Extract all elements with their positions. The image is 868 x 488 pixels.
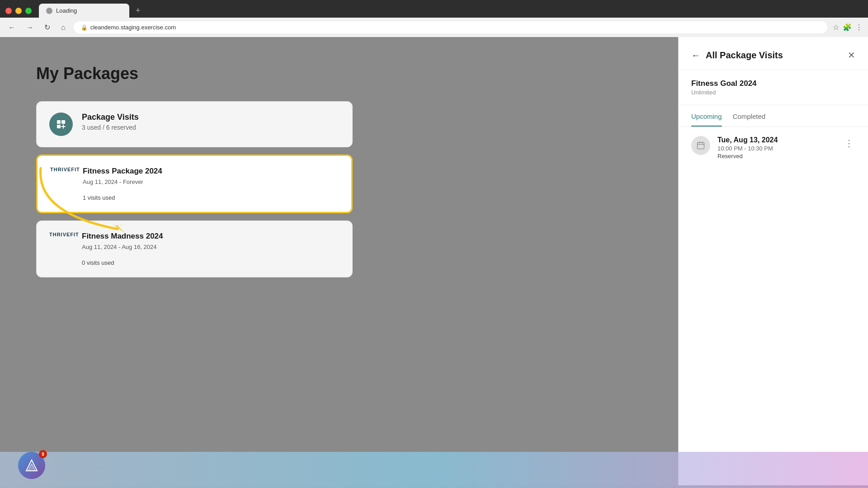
- visit-menu-button[interactable]: ⋮: [843, 136, 855, 150]
- visit-date: Tue, Aug 13, 2024: [717, 136, 835, 144]
- tab-bar: Loading +: [0, 0, 868, 18]
- window-controls: [5, 8, 32, 14]
- package-visits-name: Package Visits: [82, 113, 340, 122]
- tabs-bar: Upcoming Completed: [679, 105, 868, 127]
- panel-header: ← All Package Visits ✕: [679, 37, 868, 70]
- main-area: My Packages Package Visits 3 used / 6 re…: [0, 37, 868, 485]
- app-logo-icon: [24, 458, 39, 473]
- menu-icon[interactable]: ⋮: [855, 23, 863, 32]
- package-visits-icon: [49, 113, 73, 136]
- new-tab-button[interactable]: +: [132, 4, 144, 17]
- url-text: cleandemo.staging.exercise.com: [90, 24, 176, 31]
- tab-upcoming[interactable]: Upcoming: [691, 105, 722, 127]
- visit-entry: Tue, Aug 13, 2024 10:00 PM - 10:30 PM Re…: [679, 127, 868, 169]
- svg-rect-5: [57, 125, 61, 128]
- visit-time: 10:00 PM - 10:30 PM: [717, 145, 835, 152]
- close-window-button[interactable]: [5, 8, 12, 14]
- fitness-madness-2024-visits: 0 visits used: [82, 259, 340, 266]
- bookmark-icon[interactable]: ☆: [833, 23, 839, 32]
- panel-back-button[interactable]: ←: [691, 50, 700, 61]
- extension-icon[interactable]: 🧩: [843, 23, 852, 32]
- svg-rect-4: [61, 120, 65, 124]
- nav-bar: ← → ↻ ⌂ 🔒 cleandemo.staging.exercise.com…: [0, 18, 868, 37]
- fitness-madness-2024-date: Aug 11, 2024 - Aug 16, 2024: [82, 244, 340, 250]
- package-detail-header: Fitness Goal 2024 Unlimited: [679, 70, 868, 105]
- page-title: My Packages: [36, 64, 642, 83]
- svg-rect-3: [57, 120, 61, 124]
- visit-info: Tue, Aug 13, 2024 10:00 PM - 10:30 PM Re…: [717, 136, 835, 160]
- detail-package-name: Fitness Goal 2024: [691, 79, 855, 88]
- package-visits-subtitle: 3 used / 6 reserved: [82, 124, 340, 131]
- arrow-annotation: [27, 159, 145, 240]
- visit-status: Reserved: [717, 153, 835, 160]
- panel-close-button[interactable]: ✕: [848, 50, 855, 61]
- visit-calendar-icon: [691, 136, 710, 155]
- nav-actions: ☆ 🧩 ⋮: [833, 23, 863, 32]
- bottom-gradient: [0, 452, 868, 488]
- page-content: My Packages Package Visits 3 used / 6 re…: [0, 37, 678, 485]
- back-button[interactable]: ←: [5, 22, 18, 33]
- package-visits-info: Package Visits 3 used / 6 reserved: [82, 113, 340, 131]
- browser-chrome: Loading + ← → ↻ ⌂ 🔒 cleandemo.staging.ex…: [0, 0, 868, 37]
- detail-package-subtitle: Unlimited: [691, 89, 855, 96]
- minimize-window-button[interactable]: [15, 8, 22, 14]
- notification-badge: 9: [39, 450, 47, 458]
- svg-rect-9: [698, 142, 704, 149]
- right-panel: ← All Package Visits ✕ Fitness Goal 2024…: [678, 37, 868, 485]
- package-visits-card[interactable]: Package Visits 3 used / 6 reserved: [36, 101, 353, 147]
- tab-favicon: [46, 8, 52, 14]
- panel-title: All Package Visits: [706, 50, 842, 61]
- home-button[interactable]: ⌂: [58, 22, 68, 33]
- tab-title: Loading: [56, 7, 77, 14]
- tab-completed[interactable]: Completed: [733, 105, 766, 127]
- maximize-window-button[interactable]: [25, 8, 32, 14]
- forward-button[interactable]: →: [24, 22, 36, 33]
- lock-icon: 🔒: [81, 24, 88, 31]
- address-bar[interactable]: 🔒 cleandemo.staging.exercise.com: [74, 21, 827, 33]
- bottom-app-icon[interactable]: 9: [18, 452, 45, 479]
- active-tab[interactable]: Loading: [39, 4, 129, 18]
- refresh-button[interactable]: ↻: [42, 21, 53, 33]
